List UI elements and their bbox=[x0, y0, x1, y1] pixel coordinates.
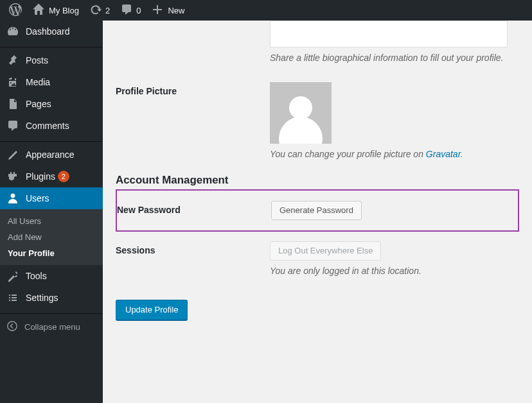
menu-settings[interactable]: Settings bbox=[0, 287, 103, 309]
sessions-description: You are only logged in at this location. bbox=[270, 266, 519, 276]
comments-icon bbox=[6, 119, 19, 132]
users-icon bbox=[6, 192, 19, 205]
submenu-your-profile[interactable]: Your Profile bbox=[0, 245, 103, 261]
menu-label: Media bbox=[26, 77, 50, 87]
submenu-all-users[interactable]: All Users bbox=[0, 213, 103, 229]
separator bbox=[0, 311, 103, 314]
menu-label: Appearance bbox=[26, 150, 75, 160]
submit-row: Update Profile bbox=[116, 300, 519, 320]
new-label: New bbox=[168, 6, 184, 15]
separator bbox=[0, 139, 103, 142]
home-icon bbox=[32, 3, 45, 18]
admin-sidebar: Dashboard Posts Media Pages Comments App… bbox=[0, 21, 103, 403]
avatar-placeholder-icon bbox=[279, 117, 323, 144]
menu-comments[interactable]: Comments bbox=[0, 115, 103, 137]
menu-label: Pages bbox=[26, 99, 51, 109]
menu-label: Plugins bbox=[26, 171, 55, 182]
collapse-label: Collapse menu bbox=[24, 322, 80, 332]
update-icon bbox=[89, 3, 102, 18]
new-content-button[interactable]: New bbox=[146, 0, 190, 21]
site-name-label: My Blog bbox=[49, 6, 79, 15]
submenu-add-new[interactable]: Add New bbox=[0, 229, 103, 245]
media-icon bbox=[6, 76, 19, 89]
menu-label: Settings bbox=[26, 293, 58, 303]
updates-button[interactable]: 2 bbox=[84, 0, 115, 21]
new-password-label: New Password bbox=[117, 201, 271, 215]
collapse-icon bbox=[6, 320, 24, 334]
menu-label: Posts bbox=[26, 55, 48, 65]
menu-label: Tools bbox=[26, 271, 47, 281]
plus-icon bbox=[151, 3, 164, 18]
sessions-label: Sessions bbox=[116, 241, 270, 255]
menu-pages[interactable]: Pages bbox=[0, 93, 103, 115]
menu-dashboard[interactable]: Dashboard bbox=[0, 21, 103, 42]
page-icon bbox=[6, 98, 19, 110]
menu-plugins[interactable]: Plugins 2 bbox=[0, 166, 103, 187]
wp-logo-button[interactable] bbox=[4, 0, 27, 21]
updates-count: 2 bbox=[105, 6, 110, 15]
comments-count: 0 bbox=[136, 6, 141, 15]
account-management-heading: Account Management bbox=[116, 174, 519, 187]
users-submenu: All Users Add New Your Profile bbox=[0, 209, 103, 265]
menu-tools[interactable]: Tools bbox=[0, 265, 103, 287]
menu-posts[interactable]: Posts bbox=[0, 49, 103, 71]
new-password-highlight: New Password Generate Password bbox=[116, 189, 519, 232]
menu-media[interactable]: Media bbox=[0, 71, 103, 93]
wordpress-logo-icon bbox=[9, 3, 22, 18]
menu-users[interactable]: Users bbox=[0, 187, 103, 209]
plugins-update-count: 2 bbox=[58, 171, 69, 182]
profile-avatar bbox=[270, 82, 332, 144]
tools-icon bbox=[6, 270, 19, 282]
site-home-button[interactable]: My Blog bbox=[27, 0, 84, 21]
bio-textarea[interactable] bbox=[270, 21, 508, 47]
avatar-placeholder-icon bbox=[289, 96, 312, 119]
menu-appearance[interactable]: Appearance bbox=[0, 144, 103, 166]
bio-label bbox=[116, 59, 270, 63]
dashboard-icon bbox=[6, 25, 19, 38]
svg-point-0 bbox=[8, 321, 17, 330]
menu-label: Comments bbox=[26, 121, 69, 131]
logout-everywhere-button[interactable]: Log Out Everywhere Else bbox=[270, 241, 381, 261]
profile-picture-description: You can change your profile picture on G… bbox=[270, 149, 519, 159]
bio-description: Share a little biographical information … bbox=[270, 53, 519, 63]
appearance-icon bbox=[6, 148, 19, 161]
gravatar-link[interactable]: Gravatar bbox=[426, 149, 461, 159]
profile-content: Share a little biographical information … bbox=[103, 21, 532, 403]
update-profile-button[interactable]: Update Profile bbox=[116, 300, 188, 320]
comments-icon bbox=[120, 3, 133, 18]
separator bbox=[0, 44, 103, 47]
menu-label: Users bbox=[26, 193, 49, 203]
settings-icon bbox=[6, 291, 19, 304]
admin-toolbar: My Blog 2 0 New bbox=[0, 0, 532, 21]
pushpin-icon bbox=[6, 54, 19, 67]
generate-password-button[interactable]: Generate Password bbox=[271, 201, 362, 220]
collapse-menu-button[interactable]: Collapse menu bbox=[0, 316, 103, 338]
profile-picture-label: Profile Picture bbox=[116, 82, 270, 96]
menu-label: Dashboard bbox=[26, 26, 70, 37]
plugin-icon bbox=[6, 170, 19, 183]
comments-button[interactable]: 0 bbox=[115, 0, 146, 21]
